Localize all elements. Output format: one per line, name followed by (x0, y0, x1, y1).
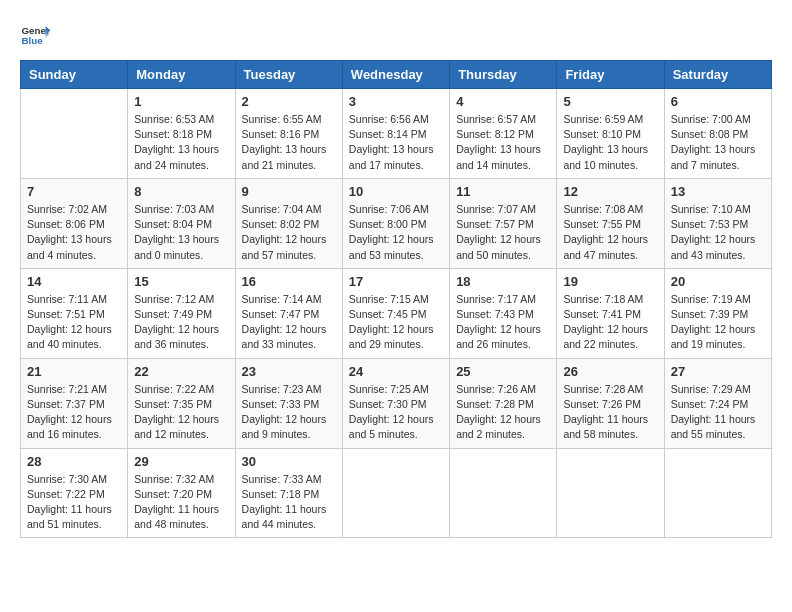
day-cell: 16Sunrise: 7:14 AMSunset: 7:47 PMDayligh… (235, 268, 342, 358)
day-cell: 9Sunrise: 7:04 AMSunset: 8:02 PMDaylight… (235, 178, 342, 268)
day-info: Sunrise: 7:30 AMSunset: 7:22 PMDaylight:… (27, 472, 121, 533)
day-number: 14 (27, 274, 121, 289)
day-number: 9 (242, 184, 336, 199)
day-info: Sunrise: 7:06 AMSunset: 8:00 PMDaylight:… (349, 202, 443, 263)
day-info: Sunrise: 7:17 AMSunset: 7:43 PMDaylight:… (456, 292, 550, 353)
svg-text:Blue: Blue (22, 35, 44, 46)
day-info: Sunrise: 7:07 AMSunset: 7:57 PMDaylight:… (456, 202, 550, 263)
column-header-thursday: Thursday (450, 61, 557, 89)
day-cell: 13Sunrise: 7:10 AMSunset: 7:53 PMDayligh… (664, 178, 771, 268)
day-cell (21, 89, 128, 179)
column-header-wednesday: Wednesday (342, 61, 449, 89)
day-cell: 20Sunrise: 7:19 AMSunset: 7:39 PMDayligh… (664, 268, 771, 358)
day-info: Sunrise: 7:21 AMSunset: 7:37 PMDaylight:… (27, 382, 121, 443)
day-info: Sunrise: 7:25 AMSunset: 7:30 PMDaylight:… (349, 382, 443, 443)
day-number: 13 (671, 184, 765, 199)
day-number: 12 (563, 184, 657, 199)
day-info: Sunrise: 6:59 AMSunset: 8:10 PMDaylight:… (563, 112, 657, 173)
day-info: Sunrise: 7:11 AMSunset: 7:51 PMDaylight:… (27, 292, 121, 353)
day-number: 30 (242, 454, 336, 469)
day-cell (342, 448, 449, 538)
day-info: Sunrise: 7:26 AMSunset: 7:28 PMDaylight:… (456, 382, 550, 443)
day-info: Sunrise: 7:02 AMSunset: 8:06 PMDaylight:… (27, 202, 121, 263)
column-header-monday: Monday (128, 61, 235, 89)
day-number: 19 (563, 274, 657, 289)
calendar-table: SundayMondayTuesdayWednesdayThursdayFrid… (20, 60, 772, 538)
day-info: Sunrise: 6:56 AMSunset: 8:14 PMDaylight:… (349, 112, 443, 173)
day-number: 15 (134, 274, 228, 289)
day-number: 11 (456, 184, 550, 199)
day-info: Sunrise: 6:57 AMSunset: 8:12 PMDaylight:… (456, 112, 550, 173)
day-cell: 18Sunrise: 7:17 AMSunset: 7:43 PMDayligh… (450, 268, 557, 358)
day-info: Sunrise: 6:55 AMSunset: 8:16 PMDaylight:… (242, 112, 336, 173)
day-number: 5 (563, 94, 657, 109)
day-cell: 30Sunrise: 7:33 AMSunset: 7:18 PMDayligh… (235, 448, 342, 538)
logo-icon: General Blue (20, 20, 50, 50)
day-cell: 12Sunrise: 7:08 AMSunset: 7:55 PMDayligh… (557, 178, 664, 268)
day-cell: 23Sunrise: 7:23 AMSunset: 7:33 PMDayligh… (235, 358, 342, 448)
day-info: Sunrise: 7:14 AMSunset: 7:47 PMDaylight:… (242, 292, 336, 353)
day-number: 21 (27, 364, 121, 379)
day-number: 18 (456, 274, 550, 289)
week-row-1: 1Sunrise: 6:53 AMSunset: 8:18 PMDaylight… (21, 89, 772, 179)
day-cell: 24Sunrise: 7:25 AMSunset: 7:30 PMDayligh… (342, 358, 449, 448)
day-number: 22 (134, 364, 228, 379)
week-row-4: 21Sunrise: 7:21 AMSunset: 7:37 PMDayligh… (21, 358, 772, 448)
day-info: Sunrise: 7:08 AMSunset: 7:55 PMDaylight:… (563, 202, 657, 263)
day-number: 4 (456, 94, 550, 109)
day-cell: 10Sunrise: 7:06 AMSunset: 8:00 PMDayligh… (342, 178, 449, 268)
week-row-2: 7Sunrise: 7:02 AMSunset: 8:06 PMDaylight… (21, 178, 772, 268)
day-cell: 21Sunrise: 7:21 AMSunset: 7:37 PMDayligh… (21, 358, 128, 448)
day-info: Sunrise: 7:29 AMSunset: 7:24 PMDaylight:… (671, 382, 765, 443)
day-cell (557, 448, 664, 538)
day-cell (450, 448, 557, 538)
day-info: Sunrise: 7:19 AMSunset: 7:39 PMDaylight:… (671, 292, 765, 353)
day-number: 20 (671, 274, 765, 289)
day-number: 28 (27, 454, 121, 469)
day-number: 23 (242, 364, 336, 379)
day-cell: 1Sunrise: 6:53 AMSunset: 8:18 PMDaylight… (128, 89, 235, 179)
day-cell: 5Sunrise: 6:59 AMSunset: 8:10 PMDaylight… (557, 89, 664, 179)
day-info: Sunrise: 7:22 AMSunset: 7:35 PMDaylight:… (134, 382, 228, 443)
day-cell: 3Sunrise: 6:56 AMSunset: 8:14 PMDaylight… (342, 89, 449, 179)
day-info: Sunrise: 7:00 AMSunset: 8:08 PMDaylight:… (671, 112, 765, 173)
day-info: Sunrise: 7:18 AMSunset: 7:41 PMDaylight:… (563, 292, 657, 353)
day-cell: 4Sunrise: 6:57 AMSunset: 8:12 PMDaylight… (450, 89, 557, 179)
week-row-5: 28Sunrise: 7:30 AMSunset: 7:22 PMDayligh… (21, 448, 772, 538)
day-cell: 22Sunrise: 7:22 AMSunset: 7:35 PMDayligh… (128, 358, 235, 448)
day-number: 7 (27, 184, 121, 199)
day-number: 8 (134, 184, 228, 199)
day-cell: 7Sunrise: 7:02 AMSunset: 8:06 PMDaylight… (21, 178, 128, 268)
day-info: Sunrise: 7:10 AMSunset: 7:53 PMDaylight:… (671, 202, 765, 263)
day-cell: 14Sunrise: 7:11 AMSunset: 7:51 PMDayligh… (21, 268, 128, 358)
day-info: Sunrise: 7:28 AMSunset: 7:26 PMDaylight:… (563, 382, 657, 443)
day-number: 27 (671, 364, 765, 379)
day-cell: 8Sunrise: 7:03 AMSunset: 8:04 PMDaylight… (128, 178, 235, 268)
week-row-3: 14Sunrise: 7:11 AMSunset: 7:51 PMDayligh… (21, 268, 772, 358)
day-info: Sunrise: 7:23 AMSunset: 7:33 PMDaylight:… (242, 382, 336, 443)
day-info: Sunrise: 7:32 AMSunset: 7:20 PMDaylight:… (134, 472, 228, 533)
day-number: 10 (349, 184, 443, 199)
day-cell: 15Sunrise: 7:12 AMSunset: 7:49 PMDayligh… (128, 268, 235, 358)
day-number: 16 (242, 274, 336, 289)
day-cell: 2Sunrise: 6:55 AMSunset: 8:16 PMDaylight… (235, 89, 342, 179)
day-cell: 29Sunrise: 7:32 AMSunset: 7:20 PMDayligh… (128, 448, 235, 538)
column-header-tuesday: Tuesday (235, 61, 342, 89)
day-number: 25 (456, 364, 550, 379)
day-cell: 17Sunrise: 7:15 AMSunset: 7:45 PMDayligh… (342, 268, 449, 358)
day-number: 6 (671, 94, 765, 109)
page-header: General Blue (20, 20, 772, 50)
day-info: Sunrise: 7:03 AMSunset: 8:04 PMDaylight:… (134, 202, 228, 263)
day-number: 24 (349, 364, 443, 379)
column-header-saturday: Saturday (664, 61, 771, 89)
day-cell: 27Sunrise: 7:29 AMSunset: 7:24 PMDayligh… (664, 358, 771, 448)
day-cell: 19Sunrise: 7:18 AMSunset: 7:41 PMDayligh… (557, 268, 664, 358)
day-cell: 25Sunrise: 7:26 AMSunset: 7:28 PMDayligh… (450, 358, 557, 448)
day-number: 29 (134, 454, 228, 469)
day-number: 26 (563, 364, 657, 379)
day-info: Sunrise: 7:04 AMSunset: 8:02 PMDaylight:… (242, 202, 336, 263)
day-info: Sunrise: 7:12 AMSunset: 7:49 PMDaylight:… (134, 292, 228, 353)
day-number: 17 (349, 274, 443, 289)
day-number: 1 (134, 94, 228, 109)
calendar-header-row: SundayMondayTuesdayWednesdayThursdayFrid… (21, 61, 772, 89)
